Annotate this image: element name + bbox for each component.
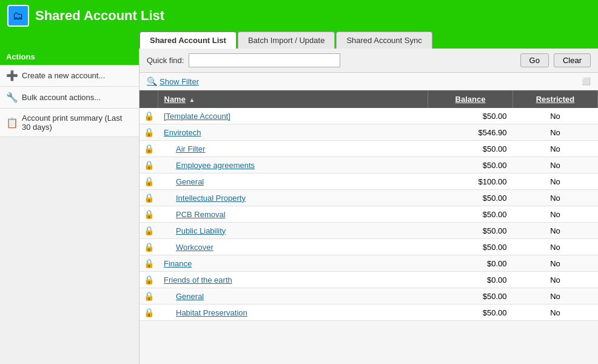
row-balance-cell: $0.00 bbox=[428, 272, 513, 288]
row-balance-cell: $50.00 bbox=[428, 141, 513, 157]
row-balance-cell: $50.00 bbox=[428, 157, 513, 174]
print-icon: 📋 bbox=[6, 117, 18, 129]
row-restricted-cell: No bbox=[513, 124, 598, 141]
lock-icon: 🔒 bbox=[144, 111, 154, 121]
lock-icon: 🔒 bbox=[144, 291, 154, 301]
row-icon-cell: 🔒 bbox=[139, 157, 158, 174]
main-layout: Actions ➕ Create a new account... 🔧 Bulk… bbox=[0, 49, 598, 364]
row-name-cell: Finance bbox=[158, 255, 428, 272]
col-restricted[interactable]: Restricted bbox=[513, 90, 598, 108]
row-restricted-cell: No bbox=[513, 108, 598, 124]
show-filter-label: Show Filter bbox=[160, 77, 199, 86]
tab-shared-account-sync[interactable]: Shared Account Sync bbox=[336, 32, 432, 49]
expand-icon: ⬜ bbox=[582, 77, 591, 86]
go-button[interactable]: Go bbox=[520, 53, 549, 67]
filter-bar: 🔍 Show Filter ⬜ bbox=[139, 73, 598, 90]
col-name[interactable]: Name ▲ bbox=[158, 90, 428, 108]
account-name-link[interactable]: Friends of the earth bbox=[164, 275, 232, 285]
row-name-cell: General bbox=[158, 288, 428, 305]
row-name-cell: Friends of the earth bbox=[158, 272, 428, 288]
account-name-link[interactable]: [Template Account] bbox=[164, 112, 230, 121]
row-restricted-cell: No bbox=[513, 305, 598, 321]
col-balance-label: Balance bbox=[455, 95, 486, 104]
row-icon-cell: 🔒 bbox=[139, 174, 158, 190]
row-name-cell: Envirotech bbox=[158, 124, 428, 141]
row-icon-cell: 🔒 bbox=[139, 223, 158, 239]
account-name-link[interactable]: General bbox=[176, 292, 204, 301]
row-name-cell: Employee agreements bbox=[158, 157, 428, 174]
account-name-link[interactable]: Public Liability bbox=[176, 226, 226, 235]
sidebar-title: Actions bbox=[0, 49, 139, 65]
sidebar-item-create-account[interactable]: ➕ Create a new account... bbox=[0, 65, 139, 87]
row-balance-cell: $50.00 bbox=[428, 206, 513, 223]
row-name-cell: Workcover bbox=[158, 239, 428, 255]
col-balance[interactable]: Balance bbox=[428, 90, 513, 108]
tab-batch-import[interactable]: Batch Import / Update bbox=[238, 32, 335, 49]
row-balance-cell: $50.00 bbox=[428, 223, 513, 239]
row-icon-cell: 🔒 bbox=[139, 239, 158, 255]
table-row: 🔒Finance$0.00No bbox=[139, 255, 598, 272]
row-balance-cell: $50.00 bbox=[428, 190, 513, 206]
row-icon-cell: 🔒 bbox=[139, 141, 158, 157]
row-name-cell: Public Liability bbox=[158, 223, 428, 239]
col-name-label: Name ▲ bbox=[164, 95, 195, 104]
row-restricted-cell: No bbox=[513, 157, 598, 174]
row-icon-cell: 🔒 bbox=[139, 288, 158, 305]
row-restricted-cell: No bbox=[513, 223, 598, 239]
account-table: Name ▲ Balance Restricted 🔒[Template Acc… bbox=[139, 90, 598, 321]
magnifier-icon: 🔍 bbox=[147, 76, 157, 86]
table-row: 🔒PCB Removal$50.00No bbox=[139, 206, 598, 223]
account-name-link[interactable]: Workcover bbox=[176, 243, 213, 252]
row-balance-cell: $546.90 bbox=[428, 124, 513, 141]
table-row: 🔒Air Filter$50.00No bbox=[139, 141, 598, 157]
sidebar-item-print-summary[interactable]: 📋 Account print summary (Last 30 days) bbox=[0, 109, 139, 137]
lock-icon: 🔒 bbox=[144, 193, 154, 203]
page-header: 🗂 Shared Account List bbox=[0, 0, 598, 32]
row-balance-cell: $50.00 bbox=[428, 305, 513, 321]
account-name-link[interactable]: Envirotech bbox=[164, 128, 201, 137]
account-name-link[interactable]: General bbox=[176, 177, 204, 186]
sidebar-item-create-label: Create a new account... bbox=[22, 71, 105, 80]
row-restricted-cell: No bbox=[513, 141, 598, 157]
sidebar-item-bulk-actions[interactable]: 🔧 Bulk account actions... bbox=[0, 87, 139, 109]
row-restricted-cell: No bbox=[513, 190, 598, 206]
row-icon-cell: 🔒 bbox=[139, 206, 158, 223]
account-table-container: Name ▲ Balance Restricted 🔒[Template Acc… bbox=[139, 90, 598, 364]
lock-icon: 🔒 bbox=[144, 209, 154, 219]
lock-icon: 🔒 bbox=[144, 127, 154, 137]
search-input[interactable] bbox=[189, 53, 340, 67]
account-name-link[interactable]: PCB Removal bbox=[176, 210, 226, 219]
row-balance-cell: $50.00 bbox=[428, 108, 513, 124]
content-area: Quick find: Go Clear 🔍 Show Filter ⬜ N bbox=[139, 49, 598, 364]
row-icon-cell: 🔒 bbox=[139, 255, 158, 272]
table-row: 🔒Friends of the earth$0.00No bbox=[139, 272, 598, 288]
lock-icon: 🔒 bbox=[144, 226, 154, 235]
tab-shared-account-list[interactable]: Shared Account List bbox=[139, 32, 237, 49]
account-name-link[interactable]: Employee agreements bbox=[176, 161, 255, 170]
account-name-link[interactable]: Finance bbox=[164, 259, 192, 268]
account-name-link[interactable]: Air Filter bbox=[176, 144, 205, 153]
account-name-link[interactable]: Intellectual Property bbox=[176, 194, 246, 203]
row-icon-cell: 🔒 bbox=[139, 272, 158, 288]
row-balance-cell: $0.00 bbox=[428, 255, 513, 272]
clear-button[interactable]: Clear bbox=[554, 53, 591, 67]
table-row: 🔒[Template Account]$50.00No bbox=[139, 108, 598, 124]
row-icon-cell: 🔒 bbox=[139, 124, 158, 141]
row-restricted-cell: No bbox=[513, 174, 598, 190]
table-row: 🔒Intellectual Property$50.00No bbox=[139, 190, 598, 206]
table-row: 🔒Public Liability$50.00No bbox=[139, 223, 598, 239]
sidebar: Actions ➕ Create a new account... 🔧 Bulk… bbox=[0, 49, 139, 364]
row-name-cell: General bbox=[158, 174, 428, 190]
tab-bar: Shared Account List Batch Import / Updat… bbox=[0, 32, 598, 49]
row-restricted-cell: No bbox=[513, 206, 598, 223]
account-name-link[interactable]: Habitat Preservation bbox=[176, 308, 247, 317]
show-filter-link[interactable]: 🔍 Show Filter bbox=[147, 76, 199, 86]
row-restricted-cell: No bbox=[513, 255, 598, 272]
row-balance-cell: $50.00 bbox=[428, 239, 513, 255]
add-icon: ➕ bbox=[6, 70, 18, 81]
quickfind-bar: Quick find: Go Clear bbox=[139, 49, 598, 73]
app-icon: 🗂 bbox=[7, 5, 29, 27]
table-row: 🔒Habitat Preservation$50.00No bbox=[139, 305, 598, 321]
table-body: 🔒[Template Account]$50.00No🔒Envirotech$5… bbox=[139, 108, 598, 321]
lock-icon: 🔒 bbox=[144, 308, 154, 317]
